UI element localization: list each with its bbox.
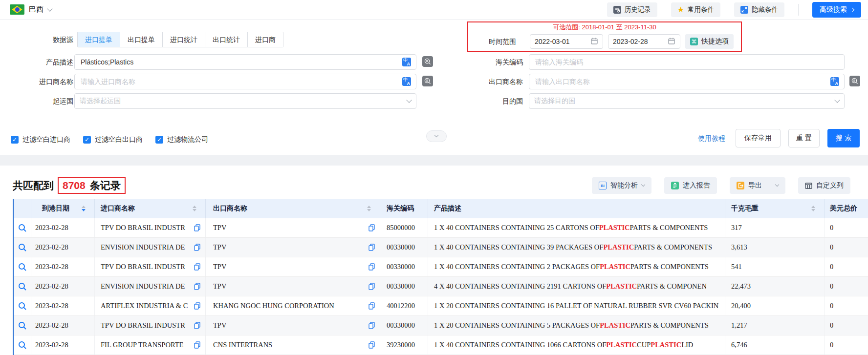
copy-icon[interactable] — [194, 283, 200, 290]
hs-code-field — [529, 54, 845, 70]
copy-icon[interactable] — [194, 322, 200, 329]
brazil-flag-icon — [10, 4, 24, 15]
copy-icon[interactable] — [194, 224, 200, 231]
save-common-button[interactable]: 保存常用 — [736, 129, 781, 147]
datasource-tab[interactable]: 进口提单 — [77, 32, 120, 47]
datasource-tab[interactable]: 进口统计 — [163, 32, 205, 47]
arrival-date-cell: 2023-02-28 — [31, 218, 94, 237]
product-desc-cell: 1 X 40 CONTAINERS CONTAINING 2 PACKAGES … — [428, 257, 725, 276]
filter-checkbox[interactable]: ✓过滤空白进口商 — [11, 135, 70, 144]
column-header-weight[interactable]: 千克毛重 — [725, 199, 824, 218]
hide-conditions-button[interactable]: 隐藏条件 — [734, 2, 784, 17]
quick-options-label: 快捷选项 — [701, 37, 729, 46]
datasource-tab[interactable]: 进口商 — [248, 32, 283, 47]
importer-input[interactable] — [80, 77, 399, 86]
enter-report-button[interactable]: 进入报告 — [664, 177, 717, 194]
hs-code-cell: 00330000 — [380, 316, 428, 335]
chevron-right-icon — [850, 7, 854, 11]
detail-cell — [14, 277, 31, 296]
export-button[interactable]: 导出 — [730, 177, 785, 194]
column-header-exporter[interactable]: 出口商名称 — [205, 199, 380, 218]
weight-cell: 1,217 — [725, 316, 824, 335]
copy-icon[interactable] — [194, 244, 200, 251]
exact-match-icon[interactable] — [422, 56, 433, 67]
section-divider — [0, 155, 868, 166]
hs-code-input[interactable] — [534, 58, 839, 66]
exact-match-icon[interactable] — [422, 76, 433, 86]
advanced-search-button[interactable]: 高级搜索 — [812, 2, 861, 18]
weight-cell: 3,613 — [725, 238, 824, 257]
translate-icon[interactable]: 中A — [402, 77, 411, 86]
translate-icon[interactable]: 中A — [402, 58, 411, 66]
checkbox-checked-icon[interactable]: ✓ — [11, 136, 19, 144]
sort-control[interactable] — [193, 206, 196, 212]
datasource-tab[interactable]: 出口提单 — [120, 32, 163, 47]
arrival-date-cell: 2023-02-28 — [31, 277, 94, 296]
custom-columns-button[interactable]: 自定义列 — [798, 177, 850, 194]
tutorial-link[interactable]: 使用教程 — [698, 129, 725, 147]
view-detail-icon[interactable] — [18, 243, 27, 252]
smart-analysis-button[interactable]: BI 智能分析 — [592, 177, 651, 194]
copy-icon[interactable] — [194, 341, 200, 349]
copy-icon[interactable] — [369, 224, 375, 231]
chevron-down-icon — [47, 6, 52, 11]
reset-button[interactable]: 重 置 — [788, 129, 820, 147]
table-row: 2023-02-28TPV DO BRASIL INDUSTRTPV850000… — [14, 218, 868, 238]
checkbox-checked-icon[interactable]: ✓ — [155, 136, 163, 144]
copy-icon[interactable] — [194, 302, 200, 310]
importer-field: 中A — [74, 74, 416, 89]
origin-country-select[interactable]: 请选择起运国 — [74, 93, 416, 109]
copy-icon[interactable] — [369, 283, 375, 290]
chevron-down-icon — [434, 133, 438, 137]
exporter-input[interactable] — [534, 77, 827, 86]
view-detail-icon[interactable] — [18, 341, 27, 350]
bi-analysis-icon: BI — [599, 182, 607, 189]
copy-icon[interactable] — [369, 244, 375, 251]
dest-country-label: 目的国 — [450, 93, 523, 109]
favorites-label: 常用条件 — [688, 5, 714, 14]
view-detail-icon[interactable] — [18, 263, 27, 271]
view-detail-icon[interactable] — [18, 302, 27, 311]
datasource-tab[interactable]: 出口统计 — [205, 32, 248, 47]
view-detail-icon[interactable] — [18, 282, 27, 291]
product-desc-cell: 1 X 40 CONTAINERS CONTAINING 1066 CARTON… — [428, 335, 725, 355]
checkbox-checked-icon[interactable]: ✓ — [83, 136, 91, 144]
weight-cell: 6,746 — [725, 335, 824, 355]
country-picker[interactable]: 巴西 — [10, 4, 52, 15]
calendar-icon — [668, 37, 675, 46]
sort-control[interactable] — [811, 206, 815, 212]
view-detail-icon[interactable] — [18, 321, 27, 330]
keyword-highlight: PLASTIC — [600, 321, 630, 330]
search-button[interactable]: 搜 索 — [827, 129, 860, 147]
end-date-input[interactable]: 2023-02-28 — [608, 34, 680, 49]
summary-suffix: 条记录 — [90, 179, 121, 192]
weight-cell: 317 — [725, 218, 824, 237]
product-desc-input[interactable] — [80, 58, 399, 66]
translate-icon[interactable]: 中A — [830, 77, 839, 86]
advanced-search-label: 高级搜索 — [820, 5, 847, 14]
filter-checkbox[interactable]: ✓过滤物流公司 — [155, 135, 208, 144]
exact-match-icon[interactable] — [849, 76, 860, 86]
sort-control[interactable] — [82, 206, 86, 212]
copy-icon[interactable] — [369, 263, 375, 271]
column-header-arrival-date[interactable]: 到港日期 — [31, 199, 94, 218]
hide-conditions-label: 隐藏条件 — [752, 5, 778, 14]
exporter-cell: TPV — [205, 316, 380, 335]
history-button[interactable]: 历史记录 — [607, 2, 657, 17]
copy-icon[interactable] — [369, 302, 375, 310]
column-header-importer[interactable]: 进口商名称 — [94, 199, 205, 218]
copy-icon[interactable] — [194, 263, 200, 271]
keyword-highlight: PLASTIC — [600, 263, 630, 271]
sort-control[interactable] — [367, 206, 371, 212]
view-detail-icon[interactable] — [18, 224, 27, 232]
quick-options-button[interactable]: ⌘ 快捷选项 — [685, 34, 734, 49]
product-desc-cell: 4 X 40 CONTAINERS CONTAINING 2191 CARTON… — [428, 277, 725, 296]
start-date-input[interactable]: 2022-03-01 — [530, 34, 603, 49]
copy-icon[interactable] — [369, 341, 375, 349]
collapse-filters-button[interactable] — [426, 130, 447, 142]
hs-code-cell: 39230000 — [380, 335, 428, 355]
dest-country-select[interactable]: 请选择目的国 — [529, 93, 845, 109]
copy-icon[interactable] — [369, 322, 375, 329]
filter-checkbox[interactable]: ✓过滤空白出口商 — [83, 135, 143, 144]
favorites-button[interactable]: ★ 常用条件 — [671, 2, 720, 17]
